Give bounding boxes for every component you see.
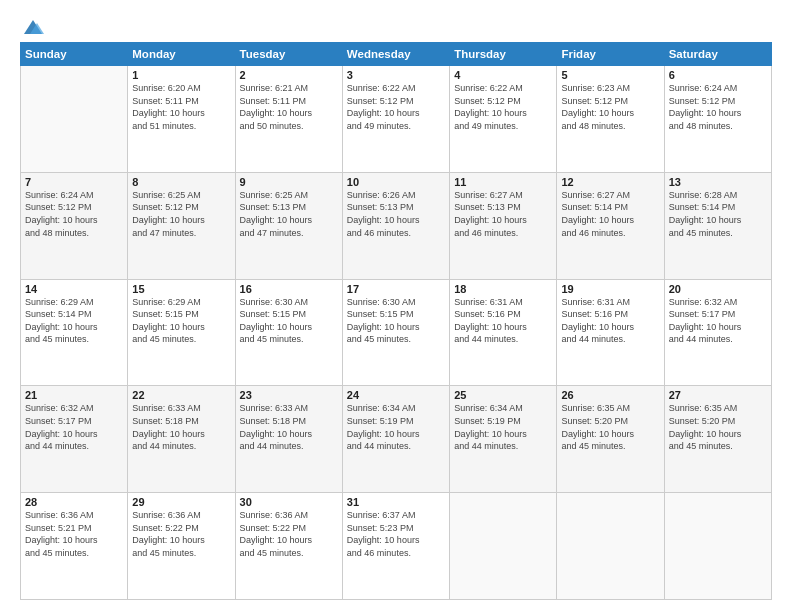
weekday-header-friday: Friday [557, 43, 664, 66]
calendar-cell: 19Sunrise: 6:31 AM Sunset: 5:16 PM Dayli… [557, 279, 664, 386]
calendar-cell: 8Sunrise: 6:25 AM Sunset: 5:12 PM Daylig… [128, 172, 235, 279]
calendar-cell: 5Sunrise: 6:23 AM Sunset: 5:12 PM Daylig… [557, 66, 664, 173]
calendar-cell: 20Sunrise: 6:32 AM Sunset: 5:17 PM Dayli… [664, 279, 771, 386]
calendar-cell: 27Sunrise: 6:35 AM Sunset: 5:20 PM Dayli… [664, 386, 771, 493]
day-number: 7 [25, 176, 123, 188]
calendar-cell [450, 493, 557, 600]
day-number: 23 [240, 389, 338, 401]
day-info: Sunrise: 6:30 AM Sunset: 5:15 PM Dayligh… [347, 296, 445, 346]
day-info: Sunrise: 6:33 AM Sunset: 5:18 PM Dayligh… [132, 402, 230, 452]
calendar-cell: 10Sunrise: 6:26 AM Sunset: 5:13 PM Dayli… [342, 172, 449, 279]
calendar-cell: 1Sunrise: 6:20 AM Sunset: 5:11 PM Daylig… [128, 66, 235, 173]
logo-icon [22, 18, 44, 36]
day-number: 3 [347, 69, 445, 81]
day-number: 9 [240, 176, 338, 188]
day-number: 16 [240, 283, 338, 295]
logo [20, 18, 44, 32]
day-number: 5 [561, 69, 659, 81]
day-info: Sunrise: 6:35 AM Sunset: 5:20 PM Dayligh… [669, 402, 767, 452]
calendar-week-row: 14Sunrise: 6:29 AM Sunset: 5:14 PM Dayli… [21, 279, 772, 386]
calendar-cell: 13Sunrise: 6:28 AM Sunset: 5:14 PM Dayli… [664, 172, 771, 279]
day-number: 27 [669, 389, 767, 401]
day-info: Sunrise: 6:27 AM Sunset: 5:14 PM Dayligh… [561, 189, 659, 239]
weekday-header-row: SundayMondayTuesdayWednesdayThursdayFrid… [21, 43, 772, 66]
day-number: 8 [132, 176, 230, 188]
day-info: Sunrise: 6:31 AM Sunset: 5:16 PM Dayligh… [454, 296, 552, 346]
day-info: Sunrise: 6:27 AM Sunset: 5:13 PM Dayligh… [454, 189, 552, 239]
calendar-cell: 25Sunrise: 6:34 AM Sunset: 5:19 PM Dayli… [450, 386, 557, 493]
weekday-header-saturday: Saturday [664, 43, 771, 66]
day-info: Sunrise: 6:36 AM Sunset: 5:22 PM Dayligh… [240, 509, 338, 559]
calendar-cell: 23Sunrise: 6:33 AM Sunset: 5:18 PM Dayli… [235, 386, 342, 493]
day-info: Sunrise: 6:23 AM Sunset: 5:12 PM Dayligh… [561, 82, 659, 132]
day-number: 28 [25, 496, 123, 508]
day-number: 13 [669, 176, 767, 188]
day-info: Sunrise: 6:36 AM Sunset: 5:21 PM Dayligh… [25, 509, 123, 559]
day-info: Sunrise: 6:25 AM Sunset: 5:12 PM Dayligh… [132, 189, 230, 239]
calendar-cell: 16Sunrise: 6:30 AM Sunset: 5:15 PM Dayli… [235, 279, 342, 386]
day-number: 24 [347, 389, 445, 401]
day-number: 6 [669, 69, 767, 81]
day-info: Sunrise: 6:21 AM Sunset: 5:11 PM Dayligh… [240, 82, 338, 132]
day-number: 1 [132, 69, 230, 81]
calendar-cell [557, 493, 664, 600]
day-info: Sunrise: 6:30 AM Sunset: 5:15 PM Dayligh… [240, 296, 338, 346]
calendar-cell: 3Sunrise: 6:22 AM Sunset: 5:12 PM Daylig… [342, 66, 449, 173]
day-info: Sunrise: 6:35 AM Sunset: 5:20 PM Dayligh… [561, 402, 659, 452]
day-info: Sunrise: 6:34 AM Sunset: 5:19 PM Dayligh… [347, 402, 445, 452]
calendar-cell: 17Sunrise: 6:30 AM Sunset: 5:15 PM Dayli… [342, 279, 449, 386]
calendar-table: SundayMondayTuesdayWednesdayThursdayFrid… [20, 42, 772, 600]
day-number: 2 [240, 69, 338, 81]
calendar-cell: 18Sunrise: 6:31 AM Sunset: 5:16 PM Dayli… [450, 279, 557, 386]
calendar-cell: 14Sunrise: 6:29 AM Sunset: 5:14 PM Dayli… [21, 279, 128, 386]
weekday-header-thursday: Thursday [450, 43, 557, 66]
day-info: Sunrise: 6:28 AM Sunset: 5:14 PM Dayligh… [669, 189, 767, 239]
calendar-cell [664, 493, 771, 600]
day-number: 10 [347, 176, 445, 188]
weekday-header-tuesday: Tuesday [235, 43, 342, 66]
day-info: Sunrise: 6:32 AM Sunset: 5:17 PM Dayligh… [25, 402, 123, 452]
calendar-cell: 31Sunrise: 6:37 AM Sunset: 5:23 PM Dayli… [342, 493, 449, 600]
calendar-cell: 6Sunrise: 6:24 AM Sunset: 5:12 PM Daylig… [664, 66, 771, 173]
day-info: Sunrise: 6:37 AM Sunset: 5:23 PM Dayligh… [347, 509, 445, 559]
calendar-cell: 7Sunrise: 6:24 AM Sunset: 5:12 PM Daylig… [21, 172, 128, 279]
calendar-cell: 29Sunrise: 6:36 AM Sunset: 5:22 PM Dayli… [128, 493, 235, 600]
calendar-cell: 28Sunrise: 6:36 AM Sunset: 5:21 PM Dayli… [21, 493, 128, 600]
calendar-week-row: 21Sunrise: 6:32 AM Sunset: 5:17 PM Dayli… [21, 386, 772, 493]
weekday-header-sunday: Sunday [21, 43, 128, 66]
day-info: Sunrise: 6:24 AM Sunset: 5:12 PM Dayligh… [669, 82, 767, 132]
day-info: Sunrise: 6:20 AM Sunset: 5:11 PM Dayligh… [132, 82, 230, 132]
day-number: 26 [561, 389, 659, 401]
day-number: 20 [669, 283, 767, 295]
calendar-cell: 9Sunrise: 6:25 AM Sunset: 5:13 PM Daylig… [235, 172, 342, 279]
day-number: 4 [454, 69, 552, 81]
calendar-week-row: 1Sunrise: 6:20 AM Sunset: 5:11 PM Daylig… [21, 66, 772, 173]
day-info: Sunrise: 6:24 AM Sunset: 5:12 PM Dayligh… [25, 189, 123, 239]
calendar-cell: 11Sunrise: 6:27 AM Sunset: 5:13 PM Dayli… [450, 172, 557, 279]
calendar-cell: 2Sunrise: 6:21 AM Sunset: 5:11 PM Daylig… [235, 66, 342, 173]
day-info: Sunrise: 6:36 AM Sunset: 5:22 PM Dayligh… [132, 509, 230, 559]
day-info: Sunrise: 6:22 AM Sunset: 5:12 PM Dayligh… [347, 82, 445, 132]
calendar-week-row: 28Sunrise: 6:36 AM Sunset: 5:21 PM Dayli… [21, 493, 772, 600]
day-number: 30 [240, 496, 338, 508]
day-info: Sunrise: 6:29 AM Sunset: 5:14 PM Dayligh… [25, 296, 123, 346]
calendar-cell: 15Sunrise: 6:29 AM Sunset: 5:15 PM Dayli… [128, 279, 235, 386]
day-info: Sunrise: 6:33 AM Sunset: 5:18 PM Dayligh… [240, 402, 338, 452]
day-info: Sunrise: 6:22 AM Sunset: 5:12 PM Dayligh… [454, 82, 552, 132]
calendar-cell: 26Sunrise: 6:35 AM Sunset: 5:20 PM Dayli… [557, 386, 664, 493]
calendar-cell: 12Sunrise: 6:27 AM Sunset: 5:14 PM Dayli… [557, 172, 664, 279]
calendar-cell: 22Sunrise: 6:33 AM Sunset: 5:18 PM Dayli… [128, 386, 235, 493]
day-info: Sunrise: 6:26 AM Sunset: 5:13 PM Dayligh… [347, 189, 445, 239]
calendar-cell: 30Sunrise: 6:36 AM Sunset: 5:22 PM Dayli… [235, 493, 342, 600]
page: SundayMondayTuesdayWednesdayThursdayFrid… [0, 0, 792, 612]
day-number: 29 [132, 496, 230, 508]
day-number: 22 [132, 389, 230, 401]
calendar-cell: 24Sunrise: 6:34 AM Sunset: 5:19 PM Dayli… [342, 386, 449, 493]
day-info: Sunrise: 6:34 AM Sunset: 5:19 PM Dayligh… [454, 402, 552, 452]
day-number: 11 [454, 176, 552, 188]
weekday-header-wednesday: Wednesday [342, 43, 449, 66]
day-number: 18 [454, 283, 552, 295]
day-number: 25 [454, 389, 552, 401]
day-number: 12 [561, 176, 659, 188]
calendar-cell: 4Sunrise: 6:22 AM Sunset: 5:12 PM Daylig… [450, 66, 557, 173]
